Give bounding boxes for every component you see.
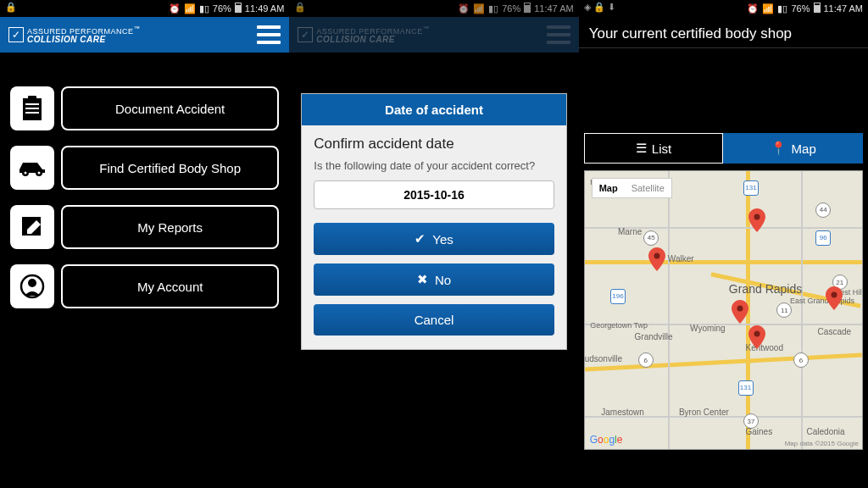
document-accident-button[interactable]: Document Accident — [61, 86, 279, 130]
city-label: Grand Rapids — [729, 282, 802, 296]
date-input[interactable]: 2015-10-16 — [314, 180, 554, 209]
route-shield: 6 — [793, 352, 809, 368]
wifi-icon: 📶 — [184, 3, 196, 14]
route-shield: 131 — [743, 180, 759, 196]
svg-point-15 — [832, 292, 837, 298]
list-icon: ☰ — [636, 141, 647, 156]
app-header: ✓ ASSURED PERFORMANCE™ COLLISION CARE — [0, 17, 289, 53]
signal-icon: ▮▯ — [777, 3, 787, 14]
cancel-button[interactable]: Cancel — [314, 304, 554, 336]
map-view[interactable]: Map Satellite 131 131 96 196 44 45 11 6 … — [584, 170, 863, 450]
svg-point-8 — [38, 172, 41, 175]
my-reports-button[interactable]: My Reports — [61, 205, 279, 249]
list-tab[interactable]: ☰ List — [584, 133, 724, 164]
car-icon — [10, 146, 54, 190]
city-label: Caledonia — [807, 427, 845, 436]
clock-text: 11:49 AM — [245, 3, 284, 14]
map-pin[interactable] — [732, 300, 748, 324]
pin-icon: 📍 — [771, 141, 787, 156]
route-shield: 11 — [776, 302, 792, 318]
screen-main-menu: 🔒 ⏰ 📶 ▮▯ 76% 11:49 AM ✓ ASSURED PERFORMA… — [0, 0, 289, 488]
svg-rect-3 — [25, 108, 39, 109]
route-shield: 196 — [610, 289, 626, 304]
check-icon: ✔ — [415, 231, 426, 247]
city-label: Walker — [668, 254, 694, 263]
route-shield: 45 — [643, 230, 659, 246]
signal-icon: ▮▯ — [199, 3, 209, 14]
no-button[interactable]: ✖No — [314, 263, 554, 296]
account-icon — [10, 264, 54, 308]
menu-button[interactable] — [257, 25, 281, 44]
page-title: Your current certified body shop — [579, 17, 868, 48]
yes-button[interactable]: ✔Yes — [314, 223, 554, 255]
map-type-control[interactable]: Map Satellite — [592, 178, 672, 198]
svg-rect-2 — [25, 103, 39, 105]
map-tab[interactable]: 📍 Map — [723, 133, 863, 164]
alarm-icon: ⏰ — [747, 3, 759, 14]
alarm-icon: ⏰ — [169, 3, 181, 14]
battery-percent: 76% — [213, 3, 231, 14]
svg-point-7 — [25, 172, 27, 175]
city-label: Grandville — [635, 332, 673, 341]
city-label: Wyoming — [690, 324, 726, 333]
shield-notif-icon: ◈ — [584, 2, 591, 13]
map-pin[interactable] — [826, 286, 843, 310]
route-shield: 96 — [815, 230, 831, 246]
route-shield: 131 — [738, 380, 754, 396]
clock-text: 11:47 AM — [824, 3, 863, 14]
x-icon: ✖ — [417, 272, 428, 287]
dialog-heading: Confirm accident date — [314, 136, 554, 152]
lock-notif-icon: 🔒 — [593, 2, 605, 13]
dialog-question: Is the following date of your accident c… — [314, 159, 554, 172]
city-label: Marne — [618, 227, 642, 236]
find-shop-button[interactable]: Find Certified Body Shop — [61, 146, 279, 190]
battery-icon — [235, 3, 242, 14]
city-label: East Grand Rapids — [790, 297, 854, 305]
svg-point-11 — [28, 279, 36, 287]
city-label: Georgetown Twp — [590, 321, 648, 330]
battery-icon — [814, 3, 821, 14]
svg-point-14 — [737, 306, 743, 312]
edit-icon — [10, 205, 54, 249]
map-attribution: Map data ©2015 Google — [785, 440, 859, 447]
svg-point-13 — [654, 253, 659, 259]
city-label: Jamestown — [601, 408, 644, 417]
status-bar: 🔒 ⏰ 📶 ▮▯ 76% 11:49 AM — [0, 0, 289, 17]
check-icon: ✓ — [8, 27, 24, 42]
city-label: Gaines — [746, 427, 773, 436]
city-label: Byron Center — [679, 408, 729, 417]
route-shield: 44 — [815, 202, 831, 218]
battery-percent: 76% — [791, 3, 810, 14]
svg-rect-1 — [28, 96, 36, 101]
download-notif-icon: ⬇ — [608, 2, 615, 13]
map-type-satellite[interactable]: Satellite — [625, 179, 671, 197]
svg-point-16 — [754, 330, 760, 336]
screen-map: ◈ 🔒 ⬇ ⏰ 📶 ▮▯ 76% 11:47 AM Your current c… — [579, 0, 868, 488]
main-menu: Document Accident Find Certified Body Sh… — [0, 53, 289, 308]
brand-logo: ✓ ASSURED PERFORMANCE™ COLLISION CARE — [8, 25, 141, 44]
status-bar: ◈ 🔒 ⬇ ⏰ 📶 ▮▯ 76% 11:47 AM — [579, 0, 868, 17]
accident-date-dialog: Date of accident Confirm accident date I… — [301, 93, 566, 350]
map-pin[interactable] — [748, 325, 765, 349]
city-label: Cascade — [818, 327, 851, 336]
wifi-icon: 📶 — [762, 3, 774, 14]
view-tabs: ☰ List 📍 Map — [584, 133, 863, 164]
clipboard-icon — [10, 86, 54, 130]
dialog-title: Date of accident — [302, 94, 565, 125]
svg-point-12 — [754, 214, 760, 220]
city-label: udsonville — [585, 354, 622, 363]
svg-rect-4 — [25, 112, 39, 114]
notification-icon: 🔒 — [5, 2, 17, 13]
map-type-map[interactable]: Map — [593, 179, 625, 197]
route-shield: 6 — [638, 352, 654, 368]
map-pin[interactable] — [648, 247, 665, 271]
screen-date-dialog: 🔒 ⏰ 📶 ▮▯ 76% 11:47 AM ✓ ASSURED PERFORMA… — [289, 0, 578, 488]
google-logo: Google — [590, 434, 623, 446]
map-pin[interactable] — [748, 208, 765, 232]
my-account-button[interactable]: My Account — [61, 264, 279, 308]
